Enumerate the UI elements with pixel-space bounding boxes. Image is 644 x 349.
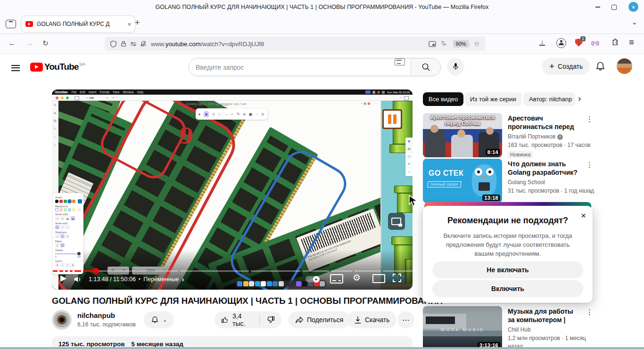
edges-options[interactable]: □▢ <box>55 243 81 247</box>
share-button[interactable]: Поделиться <box>289 311 350 328</box>
permissions-icon[interactable] <box>130 41 137 47</box>
reload-button[interactable]: ↻ <box>42 39 49 48</box>
progress-bar[interactable] <box>52 270 413 272</box>
tool-eraser-icon[interactable]: ◌ <box>256 112 258 116</box>
url-bar[interactable]: www.youtube.com/watch?v=dpvRDJjUJf8 A 90… <box>105 37 486 51</box>
video-player[interactable]: Obsidian File Edit Insert Format View Wi… <box>52 89 413 290</box>
obsidian-tabs-chevron[interactable]: ⌄ <box>399 95 402 99</box>
tool-ellipse-icon[interactable]: ○ <box>218 112 221 116</box>
grid-icon[interactable]: ▦ <box>363 102 367 105</box>
tab-active[interactable]: GOLANG ПОЛНЫЙ КУРС Д × <box>22 16 135 32</box>
subtitles-button[interactable] <box>330 274 343 284</box>
related-channel[interactable]: Golang School <box>508 179 545 187</box>
obsidian-tab[interactable]: × var × <box>86 95 108 101</box>
sidebar-toggle-icon[interactable] <box>74 96 79 100</box>
playhead[interactable] <box>93 268 99 274</box>
account-icon[interactable] <box>556 38 566 48</box>
more-actions-button[interactable]: ⋯ <box>397 311 414 328</box>
tool-image-icon[interactable]: ▣ <box>249 112 253 116</box>
excalidraw-toolbar[interactable]: ▸ ■ ◇ ○ → ─ ✎ A ▣ ◌ ⊙ <box>196 108 267 120</box>
related-title[interactable]: Музыка для работы за компьютером | Фонов… <box>508 307 579 324</box>
more-icon[interactable]: ⋯ <box>374 102 378 105</box>
volume-icon[interactable] <box>74 275 83 284</box>
app-menu-hamburger-icon[interactable]: ≡ <box>629 37 634 48</box>
related-video-1[interactable]: Арестович прогинається перед Собчак 8:14… <box>423 113 596 158</box>
tool-select-icon[interactable]: ▸ <box>198 112 200 116</box>
shield-icon[interactable] <box>110 41 116 48</box>
stroke-width-options[interactable]: –—▬▬ <box>55 216 81 220</box>
background-swatches[interactable] <box>55 208 81 211</box>
obsidian-pane-icon[interactable] <box>404 96 409 100</box>
close-button[interactable]: × <box>628 2 638 12</box>
thumbnail[interactable]: WORK MUSIC 3:13:16 <box>423 306 502 349</box>
notifications-blocked-icon[interactable] <box>140 41 147 47</box>
record-icon[interactable]: ▣ <box>367 102 371 105</box>
excalidraw-properties-panel[interactable]: Stroke Background Stroke width –—▬▬ <box>52 193 83 274</box>
autoplay-toggle[interactable]: ▶ <box>305 276 320 282</box>
sloppiness-options[interactable]: ~∼≈ <box>55 234 81 238</box>
broadcast-extension-icon[interactable]: ((•)) <box>591 41 599 46</box>
voice-search-button[interactable] <box>447 58 464 75</box>
downloads-button[interactable]: ↓ <box>539 39 545 46</box>
obsidian-breadcrumb[interactable]: Golang курс с нуля до миддла / pic / var <box>52 102 380 106</box>
maximize-button[interactable] <box>608 1 619 13</box>
youtube-logo[interactable]: YouTube UA <box>30 62 85 72</box>
opacity-slider[interactable] <box>55 252 81 256</box>
avatar[interactable] <box>617 58 632 74</box>
video-menu-icon[interactable]: ⋮ <box>586 115 593 123</box>
pip-toggle-button[interactable] <box>388 213 405 230</box>
video-menu-icon[interactable]: ⋮ <box>586 161 593 169</box>
tab-close-icon[interactable]: × <box>127 21 131 28</box>
related-video-2[interactable]: GO СТЕК ПОЛНЫЙ ОБЗОР 13:18 Что должен зн… <box>423 159 596 204</box>
back-button[interactable]: ← <box>8 39 16 48</box>
chapter-title[interactable]: Переменные <box>143 276 179 283</box>
channel-avatar[interactable] <box>52 310 72 330</box>
obsidian-new-tab[interactable]: + <box>112 96 115 100</box>
new-tab-button[interactable]: + <box>135 18 140 28</box>
tool-diamond-icon[interactable]: ◇ <box>212 112 215 116</box>
extensions-puzzle-icon[interactable] <box>611 38 619 49</box>
download-button[interactable]: Скачать <box>347 311 396 328</box>
theater-mode-button[interactable] <box>372 274 385 283</box>
play-button[interactable]: ▶ <box>60 273 66 283</box>
layers-options[interactable]: ↧↓↑↥ <box>55 263 81 267</box>
like-button[interactable]: 3,4 тыс. <box>215 311 259 328</box>
game-pause-button[interactable] <box>382 109 402 129</box>
link-icon[interactable]: ⌁ <box>361 102 363 105</box>
tool-laser-icon[interactable]: ⊙ <box>261 112 264 116</box>
keyboard-icon[interactable] <box>395 58 405 65</box>
create-button[interactable]: + Создать <box>542 58 590 75</box>
minimize-button[interactable] <box>592 1 603 13</box>
subscribed-bell-button[interactable]: ⌄ <box>144 311 174 328</box>
chip-same-series[interactable]: Из той же серии <box>464 92 522 106</box>
stroke-swatches[interactable] <box>55 199 81 203</box>
dislike-button[interactable] <box>260 311 281 328</box>
popup-close-icon[interactable]: × <box>581 211 586 221</box>
url-text[interactable]: www.youtube.com/watch?v=dpvRDJjUJf8 <box>151 41 264 48</box>
lock-icon[interactable] <box>121 41 126 47</box>
related-title[interactable]: Арестович прогинається перед Собчак | Ві… <box>508 114 579 131</box>
notifications-bell-button[interactable] <box>595 61 606 74</box>
list-tabs-chevron-icon[interactable]: ⌄ <box>631 18 637 26</box>
bookmark-star-icon[interactable]: ☆ <box>474 40 480 48</box>
chip-author[interactable]: Автор: nilchanp <box>523 92 575 106</box>
search-input[interactable] <box>189 58 395 76</box>
traffic-minimize[interactable] <box>61 97 64 99</box>
fullscreen-button[interactable] <box>392 273 402 283</box>
popup-accept-button[interactable]: Включить <box>432 280 583 297</box>
thumbnail[interactable]: Арестович прогинається перед Собчак 8:14 <box>423 113 502 157</box>
tool-arrow-icon[interactable]: → <box>224 112 228 116</box>
guide-hamburger-button[interactable] <box>11 63 20 73</box>
traffic-close[interactable] <box>56 97 58 99</box>
thumbnail[interactable]: GO СТЕК ПОЛНЫЙ ОБЗОР 13:18 <box>423 159 502 203</box>
obsidian-tab-close[interactable]: × <box>106 96 108 99</box>
forward-button[interactable]: → <box>25 39 33 48</box>
search-button[interactable] <box>411 58 440 76</box>
related-title[interactable]: Что должен знать Golang разработчик? Как… <box>508 160 579 177</box>
related-video-3[interactable]: WORK MUSIC 3:13:16 Музыка для работы за … <box>423 306 596 349</box>
chapter-chevron-icon[interactable]: › <box>182 276 184 283</box>
channel-name[interactable]: nilchanpub <box>77 311 115 319</box>
related-channel-row[interactable]: Віталій Портников ✓ <box>508 133 563 141</box>
video-menu-icon[interactable]: ⋮ <box>586 308 593 317</box>
traffic-zoom[interactable] <box>66 97 69 99</box>
